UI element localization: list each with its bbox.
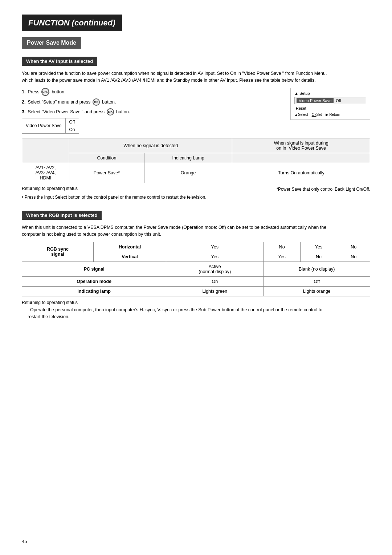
setup-reset: Reset xyxy=(294,105,366,111)
rgb-h-yes1: Yes xyxy=(166,242,264,252)
setup-display-box: ▲ Setup Video Power Save Off Reset ▲Sele… xyxy=(290,88,370,120)
av-table-subheader-condition: Condition xyxy=(69,153,144,163)
page-title: FUNCTION (continued) xyxy=(22,15,122,31)
av-signal-table: When no signal is detected When signal i… xyxy=(22,138,370,183)
subsection-header-av: When the AV input is selected xyxy=(22,57,97,66)
ok-icon-step2: OK xyxy=(93,98,100,106)
rgb-pc-blank: Blank (no display) xyxy=(264,262,370,276)
setup-nav: ▲Select OkSet ▶ Return xyxy=(294,113,366,117)
bullet-rgb-restart: Operate the personal computer, then inpu… xyxy=(22,307,334,321)
rgb-v-yes1: Yes xyxy=(166,252,264,262)
setup-vps-label: Video Power Save xyxy=(297,98,334,103)
av-table-col-no-signal: When no signal is detected xyxy=(69,138,232,153)
av-device-label: AV1~AV2,AV3~AV4,HDMI xyxy=(22,163,69,183)
av-lamp: Orange xyxy=(144,163,232,183)
ok-icon-step3: OK xyxy=(107,108,114,116)
step-2: 2. Select "Setup" menu and press OK butt… xyxy=(22,98,276,106)
rgb-v-no2: No xyxy=(337,252,370,262)
setup-vps-row: Video Power Save Off xyxy=(294,97,366,104)
vps-option-off: Off xyxy=(65,118,79,126)
rgb-lamp-orange: Lights orange xyxy=(264,286,370,296)
subsection-header-rgb: When the RGB input is selected xyxy=(22,211,102,220)
av-condition: Power Save* xyxy=(69,163,144,183)
rgb-lamp-green: Lights green xyxy=(166,286,264,296)
section-header-power-save: Power Save Mode xyxy=(22,37,81,49)
av-table-row-av1: AV1~AV2,AV3~AV4,HDMI Power Save* Orange … xyxy=(22,163,370,183)
rgb-row-op-mode: Operation mode On Off xyxy=(22,276,370,286)
rgb-op-off: Off xyxy=(264,276,370,286)
rgb-v-yes2: Yes xyxy=(264,252,300,262)
rgb-row-horizontal: RGB syncsignal Horizontal Yes No Yes No xyxy=(22,242,370,252)
returning-status-rgb: Returning to operating status xyxy=(22,300,370,305)
rgb-table: RGB syncsignal Horizontal Yes No Yes No … xyxy=(22,242,370,296)
rgb-body-text: When this unit is connected to a VESA DP… xyxy=(22,224,334,238)
steps-area: 1. Press MENU button. 2. Select "Setup" … xyxy=(22,88,276,134)
av-turns-on: Turns On automatically xyxy=(232,163,370,183)
bullet-input-select: • Press the Input Select button of the c… xyxy=(22,195,370,200)
footnote-power-save: *Power Save that only control Back Light… xyxy=(276,187,370,192)
setup-title: ▲ Setup xyxy=(294,91,366,96)
page-number: 45 xyxy=(22,539,27,544)
setup-vps-value: Off xyxy=(336,98,341,103)
menu-icon: MENU xyxy=(41,88,49,96)
rgb-h-no1: No xyxy=(264,242,300,252)
rgb-horizontal-label: Horizontal xyxy=(93,242,166,252)
rgb-pc-signal-label: PC signal xyxy=(22,262,166,276)
rgb-row-indicating-lamp: Indicating lamp Lights green Lights oran… xyxy=(22,286,370,296)
rgb-sync-label: RGB syncsignal xyxy=(22,242,94,262)
rgb-h-yes2: Yes xyxy=(300,242,337,252)
rgb-ind-lamp-label: Indicating lamp xyxy=(22,286,166,296)
vps-options-table: Video Power Save Off On xyxy=(22,118,79,134)
av-body-text: You are provided the function to save po… xyxy=(22,70,334,84)
av-table-subheader-lamp: Indicating Lamp xyxy=(144,153,232,163)
av-table-col-signal-input: When signal is input duringon in Video P… xyxy=(232,138,370,153)
rgb-op-mode-label: Operation mode xyxy=(22,276,166,286)
rgb-op-on: On xyxy=(166,276,264,286)
rgb-vertical-label: Vertical xyxy=(93,252,166,262)
step-3: 3. Select "Video Power Save " and press … xyxy=(22,108,276,116)
rgb-h-no2: No xyxy=(337,242,370,252)
av-table-subheader-turns-on xyxy=(232,153,370,163)
step-1: 1. Press MENU button. xyxy=(22,88,276,96)
av-table-col0 xyxy=(22,138,69,163)
rgb-row-pc-signal: PC signal Active(normal display) Blank (… xyxy=(22,262,370,276)
vps-label: Video Power Save xyxy=(22,118,66,133)
rgb-v-no1: No xyxy=(300,252,337,262)
rgb-pc-active: Active(normal display) xyxy=(166,262,264,276)
vps-option-on: On xyxy=(65,126,79,133)
returning-status-av: Returning to operating status xyxy=(22,186,78,191)
